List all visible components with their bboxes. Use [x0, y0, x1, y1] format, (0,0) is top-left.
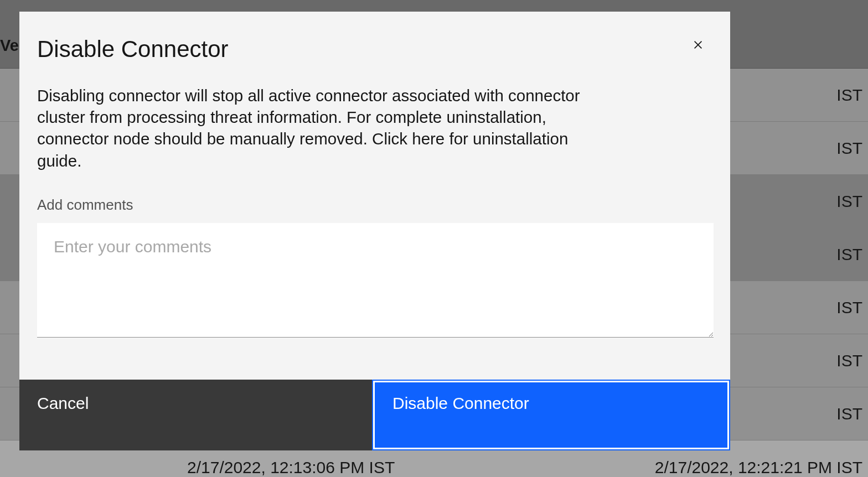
comments-label: Add comments [37, 196, 712, 214]
cancel-button[interactable]: Cancel [19, 380, 372, 450]
modal-header: Disable Connector [19, 12, 730, 63]
modal-description: Disabling connector will stop all active… [37, 85, 585, 172]
modal-title: Disable Connector [37, 36, 229, 63]
close-icon [690, 46, 706, 54]
svg-marker-0 [694, 41, 702, 49]
modal-body: Disabling connector will stop all active… [19, 63, 730, 380]
disable-connector-modal: Disable Connector Disabling connector wi… [19, 12, 730, 450]
modal-footer: Cancel Disable Connector [19, 380, 730, 450]
comments-textarea[interactable] [37, 223, 714, 338]
disable-connector-button[interactable]: Disable Connector [373, 381, 729, 449]
close-button[interactable] [690, 37, 706, 54]
